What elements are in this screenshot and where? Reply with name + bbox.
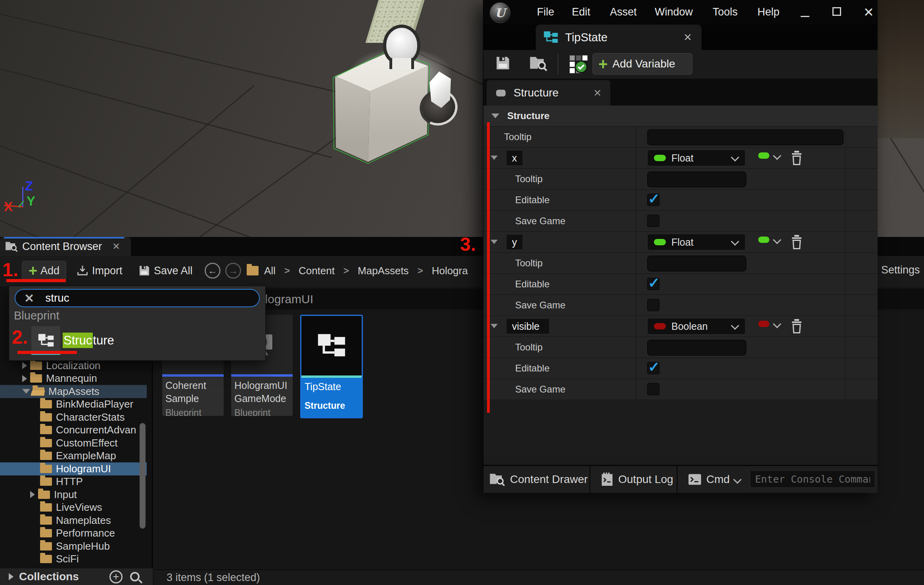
menu-file[interactable]: File [537, 6, 554, 18]
tree-item-input[interactable]: Input [0, 488, 147, 501]
asset-search-box[interactable]: ✕ [15, 289, 260, 307]
variable-name-field[interactable]: x [506, 150, 523, 166]
expander-down-icon[interactable] [491, 114, 499, 118]
tooltip-input[interactable] [647, 256, 746, 271]
container-type-dropdown[interactable] [758, 237, 780, 243]
tooltip-input[interactable] [647, 340, 746, 356]
menu-edit[interactable]: Edit [572, 6, 590, 18]
save-all-button[interactable]: Save All [138, 261, 193, 281]
type-dropdown[interactable]: Boolean [647, 318, 746, 335]
delete-variable-button[interactable] [791, 235, 803, 251]
variable-name-field[interactable]: y [506, 234, 523, 250]
search-collections-icon[interactable] [130, 572, 140, 581]
save-game-checkbox[interactable] [647, 299, 659, 311]
console-command-input[interactable] [750, 470, 875, 488]
tree-item-samplehub[interactable]: SampleHub [0, 540, 147, 553]
variable-name-field[interactable]: visible [506, 318, 550, 334]
expander-right-icon[interactable] [30, 491, 35, 498]
forward-button[interactable]: → [225, 261, 241, 281]
save-game-checkbox[interactable] [647, 215, 659, 227]
type-dropdown[interactable]: Float [647, 150, 746, 166]
row-variable-x[interactable]: x Float [483, 148, 878, 169]
type-dropdown[interactable]: Float [647, 234, 746, 250]
tree-item-localization[interactable]: Localization [0, 359, 147, 372]
viewport-wall [877, 0, 924, 138]
tree-item-scifi[interactable]: SciFi [0, 553, 147, 566]
tree-item-concurrentadvan[interactable]: ConcurrentAdvan [0, 424, 147, 437]
breadcrumb-mapassets[interactable]: MapAssets [358, 265, 409, 277]
tree-item-binkmediaplayer[interactable]: BinkMediaPlayer [0, 398, 147, 411]
tree-item-liveviews[interactable]: LiveViews [0, 501, 147, 514]
tab-tipstate[interactable]: TipState ✕ [536, 25, 702, 50]
expander-right-icon[interactable] [22, 362, 27, 369]
tree-item-nameplates[interactable]: Nameplates [0, 514, 147, 527]
struct-members-grid: Tooltip x Float [483, 127, 878, 400]
cmd-dropdown[interactable]: Cmd [688, 466, 740, 493]
collections-bar[interactable]: Collections + [0, 568, 153, 585]
add-collection-button[interactable]: + [109, 570, 123, 583]
editable-checkbox[interactable]: ✓ [647, 194, 659, 206]
tree-scrollbar[interactable] [140, 423, 146, 529]
expander-down-icon[interactable] [491, 240, 498, 244]
delete-variable-button[interactable] [791, 319, 803, 335]
breadcrumb-all[interactable]: All [264, 265, 276, 277]
window-titlebar[interactable]: U File Edit Asset Window Tools Help ✕ [483, 0, 878, 25]
close-icon[interactable]: ✕ [112, 241, 120, 252]
asset-tile-tipstate[interactable]: TipState Structure [300, 315, 363, 418]
close-window-button[interactable]: ✕ [863, 5, 874, 20]
breadcrumb-content[interactable]: Content [299, 265, 335, 277]
settings-button[interactable]: Settings [881, 264, 920, 276]
struct-tooltip-input[interactable] [647, 129, 843, 145]
tooltip-input[interactable] [647, 171, 746, 187]
delete-variable-button[interactable] [791, 151, 803, 167]
folder-icon [38, 491, 50, 499]
menu-window[interactable]: Window [655, 6, 693, 18]
close-icon[interactable]: ✕ [593, 87, 602, 99]
asset-search-input[interactable] [44, 291, 252, 305]
editable-checkbox[interactable]: ✓ [647, 278, 659, 290]
add-button[interactable]: + Add [22, 261, 66, 281]
row-variable-visible[interactable]: visible Boolean [483, 316, 878, 337]
save-asset-button[interactable] [495, 55, 511, 73]
tree-item-customeffect[interactable]: CustomEffect [0, 437, 147, 450]
expander-right-icon[interactable] [9, 573, 13, 580]
breadcrumb-hologramui[interactable]: Hologra [432, 265, 468, 277]
minimize-button[interactable] [801, 16, 809, 17]
tree-item-characterstats[interactable]: CharacterStats [0, 411, 147, 424]
container-type-dropdown[interactable] [758, 321, 780, 327]
row-variable-y[interactable]: y Float [483, 232, 878, 253]
editable-checkbox[interactable]: ✓ [647, 362, 659, 374]
expander-down-icon[interactable] [22, 389, 30, 394]
expander-right-icon[interactable] [22, 375, 27, 382]
container-pill-icon [758, 152, 769, 159]
tree-item-mapassets[interactable]: MapAssets [0, 385, 147, 398]
back-button[interactable]: ← [205, 261, 220, 281]
tree-item-performance[interactable]: Performance [0, 527, 147, 540]
tree-item-hologramui[interactable]: HologramUI [0, 462, 147, 475]
maximize-button[interactable] [832, 7, 841, 16]
tree-item-http[interactable]: HTTP [0, 475, 147, 489]
structure-section-header[interactable]: Structure [483, 106, 878, 127]
close-icon[interactable]: ✕ [683, 31, 692, 44]
tab-structure-panel[interactable]: Structure ✕ [487, 80, 610, 106]
menu-help[interactable]: Help [757, 6, 780, 18]
save-game-checkbox[interactable] [647, 383, 659, 395]
output-log-button[interactable]: Output Log [601, 466, 673, 493]
container-type-dropdown[interactable] [758, 152, 780, 159]
tree-item-mannequin[interactable]: Mannequin [0, 372, 147, 385]
tree-item-examplemap[interactable]: ExampleMap [0, 450, 147, 463]
menu-tools[interactable]: Tools [713, 6, 738, 18]
expander-down-icon[interactable] [491, 156, 498, 160]
browse-asset-button[interactable] [529, 55, 548, 74]
menu-item-label: Structure [63, 333, 114, 348]
tab-content-browser[interactable]: Content Browser ✕ [0, 237, 131, 256]
add-variable-button[interactable]: + Add Variable [592, 53, 692, 75]
content-drawer-button[interactable]: Content Drawer [489, 466, 588, 493]
menu-asset[interactable]: Asset [610, 6, 637, 18]
chevron-down-icon [733, 475, 742, 483]
z-axis-label: Z [25, 179, 33, 194]
import-button[interactable]: Import [76, 261, 123, 281]
clear-search-icon[interactable]: ✕ [24, 291, 34, 305]
expander-down-icon[interactable] [491, 324, 498, 328]
chevron-down-icon [773, 235, 781, 244]
